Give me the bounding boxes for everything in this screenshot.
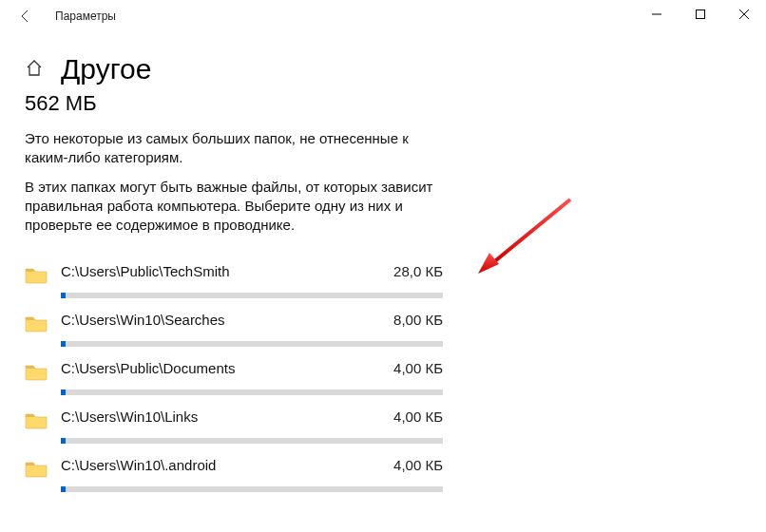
usage-bar-fill: [61, 293, 66, 298]
folder-body: C:\Users\Public\TechSmith28,0 КБ: [61, 263, 443, 298]
folder-size: 4,00 КБ: [393, 360, 443, 376]
folder-path: C:\Users\Public\Documents: [61, 360, 235, 376]
folder-item[interactable]: C:\Users\Win10\Searches8,00 КБ: [25, 302, 443, 351]
folder-path: C:\Users\Public\TechSmith: [61, 263, 230, 279]
description-text-2: В этих папках могут быть важные файлы, о…: [25, 178, 443, 236]
usage-bar: [61, 438, 443, 444]
folder-icon: [25, 314, 48, 332]
minimize-button[interactable]: [635, 0, 679, 28]
folder-size: 8,00 КБ: [393, 312, 443, 328]
usage-bar: [61, 390, 443, 395]
close-button[interactable]: [722, 0, 766, 28]
usage-bar: [61, 486, 443, 492]
window-title: Параметры: [55, 10, 116, 23]
folder-item[interactable]: C:\Users\Public\Documents4,00 КБ: [25, 351, 443, 399]
back-button[interactable]: [11, 2, 40, 30]
usage-bar-fill: [61, 341, 66, 347]
folder-item[interactable]: C:\Users\Win10\Links4,00 КБ: [25, 399, 443, 447]
folder-body: C:\Users\Win10\Links4,00 КБ: [61, 408, 443, 444]
maximize-button[interactable]: [679, 0, 722, 28]
usage-bar: [61, 293, 443, 298]
usage-bar: [61, 341, 443, 347]
folder-body: C:\Users\Win10\.android4,00 КБ: [61, 457, 443, 492]
total-size: 562 МБ: [25, 91, 741, 116]
folder-body: C:\Users\Win10\Searches8,00 КБ: [61, 312, 443, 347]
folder-item[interactable]: C:\Users\Public\TechSmith28,0 КБ: [25, 254, 443, 302]
page-content: Другое 562 МБ Это некоторые из самых бол…: [0, 32, 766, 496]
window-controls: [635, 0, 766, 28]
folder-icon: [25, 362, 48, 381]
svg-rect-1: [697, 10, 705, 19]
folder-size: 4,00 КБ: [393, 457, 443, 473]
folder-icon: [25, 410, 48, 429]
folder-path: C:\Users\Win10\Links: [61, 408, 198, 425]
description-text-1: Это некоторые из самых больших папок, не…: [25, 129, 443, 168]
usage-bar-fill: [61, 486, 66, 492]
folder-size: 28,0 КБ: [393, 263, 443, 279]
folder-size: 4,00 КБ: [393, 408, 443, 425]
folder-path: C:\Users\Win10\.android: [61, 457, 216, 473]
folder-list: C:\Users\Public\TechSmith28,0 КБC:\Users…: [25, 254, 443, 496]
usage-bar-fill: [61, 438, 66, 444]
folder-body: C:\Users\Public\Documents4,00 КБ: [61, 360, 443, 395]
folder-icon: [25, 265, 48, 284]
page-description: Это некоторые из самых больших папок, не…: [25, 129, 443, 235]
home-icon[interactable]: [25, 59, 44, 81]
page-title: Другое: [61, 53, 151, 86]
folder-icon: [25, 459, 48, 478]
usage-bar-fill: [61, 390, 66, 395]
titlebar: Параметры: [0, 0, 766, 32]
folder-item[interactable]: C:\Users\Win10\.android4,00 КБ: [25, 447, 443, 496]
folder-path: C:\Users\Win10\Searches: [61, 312, 225, 328]
